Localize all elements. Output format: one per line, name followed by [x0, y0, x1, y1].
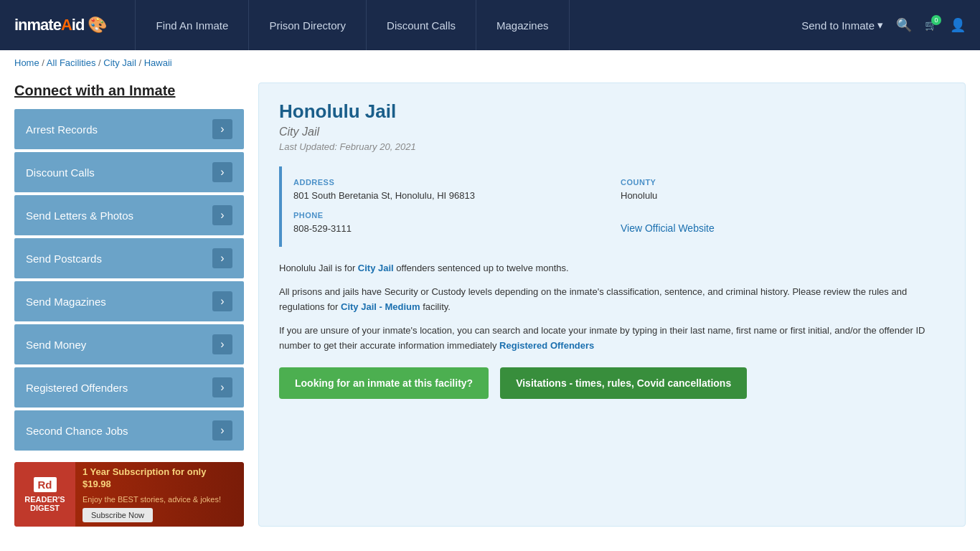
- address-label: ADDRESS: [293, 178, 606, 187]
- website-section: View Official Website: [621, 211, 933, 235]
- sidebar-item-registered-offenders[interactable]: Registered Offenders ›: [14, 367, 244, 408]
- facility-detail-panel: Honolulu Jail City Jail Last Updated: Fe…: [258, 83, 966, 527]
- city-jail-link-1[interactable]: City Jail: [358, 263, 394, 273]
- advertisement-banner: Rd READER'S DIGEST 1 Year Subscription f…: [14, 462, 244, 527]
- ad-logo-area: Rd READER'S DIGEST: [14, 462, 75, 527]
- user-icon[interactable]: 👤: [950, 17, 966, 33]
- logo-text: inmateAid 🎨: [14, 16, 106, 34]
- description-3: If you are unsure of your inmate's locat…: [279, 324, 945, 354]
- sidebar-items: Arrest Records › Discount Calls › Send L…: [14, 109, 244, 451]
- sidebar-item-send-postcards[interactable]: Send Postcards ›: [14, 238, 244, 278]
- breadcrumb: Home / All Facilities / City Jail / Hawa…: [0, 50, 980, 75]
- ad-subtext: Enjoy the BEST stories, advice & jokes!: [83, 495, 237, 504]
- sidebar-item-send-letters[interactable]: Send Letters & Photos ›: [14, 195, 244, 235]
- facility-type: City Jail: [279, 126, 945, 138]
- facility-name: Honolulu Jail: [279, 100, 945, 123]
- ad-brand: READER'S DIGEST: [14, 495, 75, 512]
- registered-offenders-link[interactable]: Registered Offenders: [499, 340, 594, 351]
- county-label: COUNTY: [621, 178, 933, 187]
- address-section: ADDRESS 801 South Beretania St, Honolulu…: [293, 178, 606, 202]
- search-icon[interactable]: 🔍: [896, 17, 912, 33]
- chevron-right-icon: ›: [212, 162, 232, 182]
- county-value: Honolulu: [621, 189, 933, 202]
- facility-info-grid: ADDRESS 801 South Beretania St, Honolulu…: [279, 166, 945, 247]
- facility-last-updated: Last Updated: February 20, 2021: [279, 141, 945, 152]
- cart-badge-count: 0: [931, 15, 941, 25]
- phone-label: PHONE: [293, 211, 606, 220]
- chevron-right-icon: ›: [212, 420, 232, 441]
- chevron-right-icon: ›: [212, 334, 232, 354]
- breadcrumb-city-jail[interactable]: City Jail: [103, 57, 136, 68]
- chevron-right-icon: ›: [212, 205, 232, 225]
- sidebar: Connect with an Inmate Arrest Records › …: [14, 83, 244, 527]
- breadcrumb-home[interactable]: Home: [14, 57, 39, 68]
- breadcrumb-all-facilities[interactable]: All Facilities: [47, 57, 96, 68]
- logo[interactable]: inmateAid 🎨: [14, 16, 106, 34]
- visitations-button[interactable]: Visitations - times, rules, Covid cancel…: [500, 367, 747, 399]
- description-1: Honolulu Jail is for City Jail offenders…: [279, 261, 945, 276]
- nav-prison-directory[interactable]: Prison Directory: [249, 0, 367, 50]
- sidebar-item-second-chance-jobs[interactable]: Second Chance Jobs ›: [14, 410, 244, 451]
- nav-find-inmate[interactable]: Find An Inmate: [135, 0, 249, 50]
- find-inmate-button[interactable]: Looking for an inmate at this facility?: [279, 367, 489, 399]
- main-nav: inmateAid 🎨 Find An Inmate Prison Direct…: [0, 0, 980, 50]
- nav-magazines[interactable]: Magazines: [476, 0, 570, 50]
- chevron-right-icon: ›: [212, 248, 232, 268]
- action-buttons: Looking for an inmate at this facility? …: [279, 367, 945, 399]
- county-section: COUNTY Honolulu: [621, 178, 933, 202]
- official-website-link[interactable]: View Official Website: [621, 222, 715, 234]
- phone-value: 808-529-3111: [293, 222, 606, 235]
- nav-actions: Send to Inmate ▾ 🔍 🛒 0 👤: [801, 17, 966, 33]
- breadcrumb-state[interactable]: Hawaii: [144, 57, 172, 68]
- nav-discount-calls[interactable]: Discount Calls: [367, 0, 476, 50]
- chevron-right-icon: ›: [212, 377, 232, 397]
- chevron-right-icon: ›: [212, 291, 232, 311]
- sidebar-item-send-magazines[interactable]: Send Magazines ›: [14, 281, 244, 321]
- cart-icon[interactable]: 🛒 0: [925, 19, 937, 31]
- nav-links: Find An Inmate Prison Directory Discount…: [135, 0, 801, 50]
- ad-headline: 1 Year Subscription for only $19.98: [83, 466, 237, 491]
- sidebar-item-arrest-records[interactable]: Arrest Records ›: [14, 109, 244, 149]
- sidebar-title: Connect with an Inmate: [14, 83, 244, 99]
- phone-section: PHONE 808-529-3111: [293, 211, 606, 235]
- chevron-right-icon: ›: [212, 119, 232, 139]
- website-label: [621, 211, 933, 220]
- ad-subscribe-button[interactable]: Subscribe Now: [83, 508, 153, 522]
- main-content: Connect with an Inmate Arrest Records › …: [0, 75, 980, 548]
- sidebar-item-send-money[interactable]: Send Money ›: [14, 324, 244, 364]
- ad-content: 1 Year Subscription for only $19.98 Enjo…: [75, 462, 244, 527]
- ad-logo: Rd: [34, 477, 57, 492]
- send-to-inmate-button[interactable]: Send to Inmate ▾: [801, 19, 883, 32]
- address-value: 801 South Beretania St, Honolulu, HI 968…: [293, 189, 606, 202]
- sidebar-item-discount-calls[interactable]: Discount Calls ›: [14, 152, 244, 192]
- description-2: All prisons and jails have Security or C…: [279, 285, 945, 315]
- city-jail-medium-link[interactable]: City Jail - Medium: [341, 301, 420, 312]
